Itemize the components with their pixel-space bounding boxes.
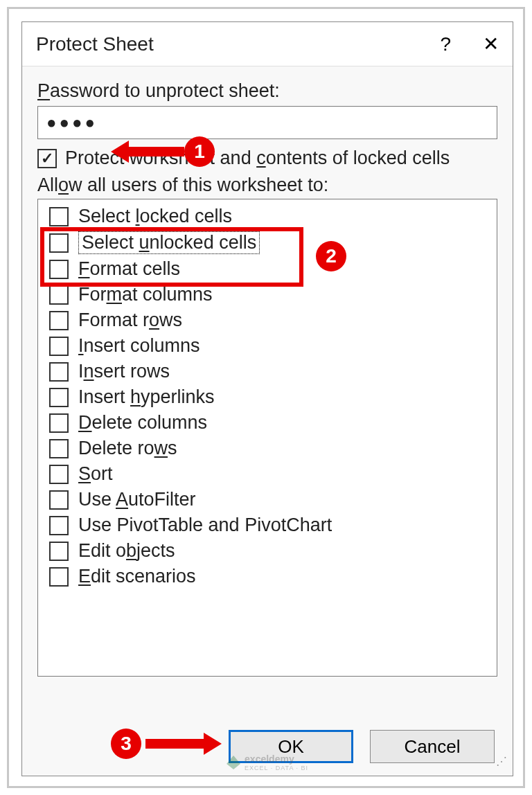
protect-sheet-dialog: Protect Sheet ? ✕ Password to unprotect …	[21, 21, 513, 776]
list-item: Format rows	[42, 307, 493, 333]
perm-label: Delete rows	[78, 438, 177, 459]
perm-label: Format columns	[78, 284, 213, 305]
list-item: Insert columns	[42, 333, 493, 359]
titlebar: Protect Sheet ? ✕	[22, 22, 513, 66]
password-label: Password to unprotect sheet:	[37, 80, 497, 102]
list-item: Format columns	[42, 282, 493, 307]
resize-grip-icon[interactable]: ⋰	[496, 759, 510, 773]
watermark: exceldemy EXCEL · DATA · BI	[227, 753, 308, 771]
cancel-button[interactable]: Cancel	[370, 730, 495, 763]
checkbox-edit-scenarios[interactable]	[49, 567, 69, 587]
allow-users-label: Allow all users of this worksheet to:	[37, 175, 497, 196]
annotation-arrow-3: 3	[111, 729, 222, 759]
checkbox-select-unlocked[interactable]	[49, 233, 69, 253]
perm-label: Insert columns	[78, 335, 200, 357]
list-item: Sort	[42, 461, 493, 487]
perm-label: Insert hyperlinks	[78, 386, 215, 408]
screenshot-frame: Protect Sheet ? ✕ Password to unprotect …	[7, 7, 525, 788]
list-item: Select unlocked cells	[42, 229, 493, 256]
list-item: Insert hyperlinks	[42, 384, 493, 410]
close-icon[interactable]: ✕	[483, 33, 499, 55]
perm-label: Select unlocked cells	[78, 231, 260, 254]
list-item: Insert rows	[42, 359, 493, 384]
checkbox-select-locked[interactable]	[49, 207, 69, 226]
checkbox-edit-objects[interactable]	[49, 542, 69, 561]
perm-label: Select locked cells	[78, 206, 232, 227]
checkbox-insert-columns[interactable]	[49, 337, 69, 356]
checkbox-insert-rows[interactable]	[49, 362, 69, 382]
perm-label: Format rows	[78, 310, 182, 331]
password-input[interactable]: ●●●●	[37, 106, 497, 139]
checkbox-delete-rows[interactable]	[49, 439, 69, 458]
watermark-tagline: EXCEL · DATA · BI	[245, 765, 308, 771]
password-value: ●●●●	[46, 113, 98, 132]
perm-label: Use AutoFilter	[78, 489, 196, 510]
perm-label: Use PivotTable and PivotChart	[78, 515, 332, 536]
list-item: Use AutoFilter	[42, 487, 493, 512]
watermark-brand: exceldemy	[245, 753, 308, 765]
checkbox-delete-columns[interactable]	[49, 413, 69, 433]
permissions-listbox[interactable]: Select locked cells Select unlocked cell…	[37, 199, 497, 677]
list-item: Use PivotTable and PivotChart	[42, 512, 493, 538]
perm-label: Edit objects	[78, 540, 175, 562]
protect-contents-checkbox[interactable]	[37, 149, 57, 168]
dialog-title: Protect Sheet	[36, 33, 440, 55]
watermark-logo-icon	[227, 756, 240, 769]
checkbox-sort[interactable]	[49, 465, 69, 484]
perm-label: Insert rows	[78, 361, 170, 382]
list-item: Delete columns	[42, 410, 493, 436]
perm-label: Format cells	[78, 258, 180, 280]
annotation-badge-2: 2	[316, 241, 346, 271]
perm-label: Edit scenarios	[78, 566, 196, 587]
help-icon[interactable]: ?	[440, 33, 451, 55]
checkbox-format-columns[interactable]	[49, 285, 69, 305]
annotation-arrow-1: 1	[111, 136, 215, 167]
list-item: Edit scenarios	[42, 564, 493, 589]
list-item: Delete rows	[42, 436, 493, 461]
checkbox-format-rows[interactable]	[49, 311, 69, 330]
checkbox-autofilter[interactable]	[49, 490, 69, 510]
list-item: Select locked cells	[42, 204, 493, 229]
checkbox-insert-hyperlinks[interactable]	[49, 388, 69, 407]
list-item: Edit objects	[42, 538, 493, 564]
list-item: Format cells	[42, 256, 493, 282]
perm-label: Delete columns	[78, 412, 207, 434]
perm-label: Sort	[78, 463, 113, 485]
checkbox-format-cells[interactable]	[49, 260, 69, 279]
annotation-badge-3: 3	[111, 729, 141, 759]
checkbox-pivot[interactable]	[49, 516, 69, 535]
annotation-badge-1: 1	[184, 136, 215, 167]
